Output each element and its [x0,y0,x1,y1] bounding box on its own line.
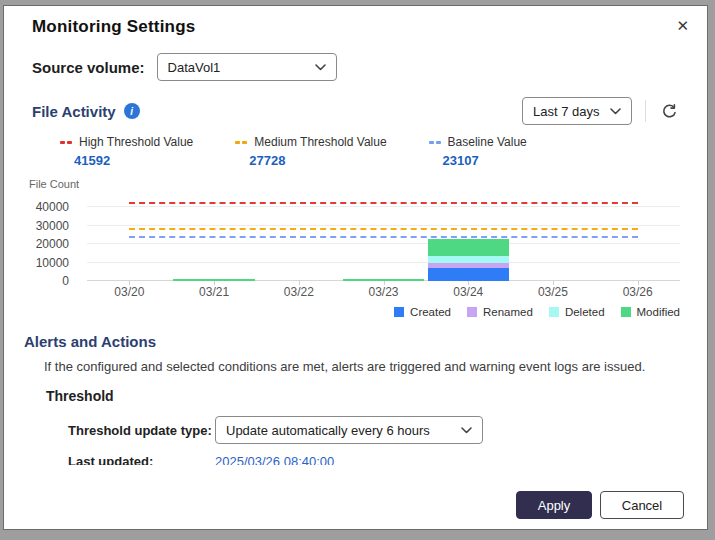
high-threshold-name: High Threshold Value [79,135,193,149]
baseline-marker-icon [429,141,441,144]
period-select[interactable]: Last 7 days [522,97,632,125]
medium-threshold-value: 27728 [249,153,386,168]
file-activity-header-row: File Activity i Last 7 days [32,97,680,125]
day-slot [87,197,172,281]
source-volume-select[interactable]: DataVol1 [157,53,337,81]
medium-threshold-name: Medium Threshold Value [254,135,386,149]
cancel-button[interactable]: Cancel [600,491,684,519]
day-slot [426,197,511,281]
last-updated-row: Last updated: 2025/03/26 08:40:00 [68,454,708,465]
file-activity-chart: File Count 010000200003000040000 03/2003… [29,178,680,318]
x-tick-label: 03/23 [341,281,426,299]
bar-segment-deleted [428,256,509,264]
x-tick-label: 03/20 [87,281,172,299]
y-tick-label: 10000 [36,256,69,270]
threshold-update-type-row: Threshold update type: Update automatica… [68,416,708,444]
source-volume-value: DataVol1 [168,60,221,75]
x-tick-label: 03/25 [511,281,596,299]
high-threshold-marker-icon [60,141,72,144]
source-volume-label: Source volume: [32,59,145,76]
legend-item-renamed: Renamed [467,306,533,318]
chevron-down-icon [461,427,472,434]
x-axis-labels: 03/2003/2103/2203/2303/2403/2503/26 [87,281,680,299]
day-slot [172,197,257,281]
threshold-line [129,202,638,204]
refresh-icon [661,103,678,120]
medium-threshold-marker-icon [235,141,247,144]
legend-item-modified: Modified [621,306,680,318]
threshold-subheading: Threshold [46,388,708,404]
apply-button[interactable]: Apply [516,491,592,519]
chart-series-legend: CreatedRenamedDeletedModified [29,306,680,318]
last-updated-value[interactable]: 2025/03/26 08:40:00 [215,454,334,465]
y-tick-label: 0 [62,274,69,288]
threshold-update-type-value: Update automatically every 6 hours [226,423,430,438]
screenshot-frame: Monitoring Settings ✕ Source volume: Dat… [0,0,715,540]
baseline-value: 23107 [443,153,527,168]
dialog-body: Monitoring Settings ✕ Source volume: Dat… [3,5,708,471]
legend-label: Renamed [483,306,533,318]
close-icon[interactable]: ✕ [673,15,692,36]
x-tick-label: 03/21 [172,281,257,299]
x-tick-label: 03/26 [595,281,680,299]
threshold-legend-item-baseline: Baseline Value 23107 [429,135,527,168]
monitoring-settings-dialog: Monitoring Settings ✕ Source volume: Dat… [3,5,708,530]
plot-area [87,197,680,281]
day-slot [511,197,596,281]
threshold-update-type-select[interactable]: Update automatically every 6 hours [215,416,483,444]
legend-label: Deleted [565,306,605,318]
threshold-legend-item-high: High Threshold Value 41592 [60,135,193,168]
high-threshold-value: 41592 [74,153,193,168]
legend-swatch-icon [394,307,404,317]
threshold-line [129,236,638,238]
threshold-line [129,228,638,230]
legend-item-deleted: Deleted [549,306,605,318]
y-tick-label: 30000 [36,219,69,233]
chevron-down-icon [315,64,326,71]
source-volume-row: Source volume: DataVol1 [32,53,708,81]
chevron-down-icon [610,108,621,115]
y-axis-labels: 010000200003000040000 [29,197,77,281]
legend-item-created: Created [394,306,451,318]
file-activity-heading: File Activity [32,103,116,120]
bar-segment-created [428,268,509,281]
alerts-description: If the configured and selected condition… [44,359,680,374]
legend-label: Modified [637,306,680,318]
day-slot [341,197,426,281]
last-updated-label: Last updated: [68,454,215,465]
threshold-legend: High Threshold Value 41592 Medium Thresh… [60,135,708,168]
day-slot [595,197,680,281]
y-tick-label: 40000 [36,200,69,214]
legend-swatch-icon [467,307,477,317]
legend-swatch-icon [621,307,631,317]
dialog-footer: Apply Cancel [3,471,708,530]
divider [645,100,646,122]
info-icon[interactable]: i [124,103,140,119]
dialog-title: Monitoring Settings [3,17,708,37]
y-axis-title: File Count [29,178,680,190]
baseline-name: Baseline Value [448,135,527,149]
refresh-button[interactable] [659,101,680,122]
x-tick-label: 03/24 [426,281,511,299]
threshold-legend-item-medium: Medium Threshold Value 27728 [235,135,386,168]
legend-swatch-icon [549,307,559,317]
period-value: Last 7 days [533,104,600,119]
legend-label: Created [410,306,451,318]
bar-segment-modified [428,239,509,255]
alerts-and-actions-heading: Alerts and Actions [24,333,708,350]
y-tick-label: 20000 [36,237,69,251]
day-slot [256,197,341,281]
x-tick-label: 03/22 [256,281,341,299]
stacked-bar[interactable] [428,239,509,281]
threshold-update-type-label: Threshold update type: [68,423,215,438]
